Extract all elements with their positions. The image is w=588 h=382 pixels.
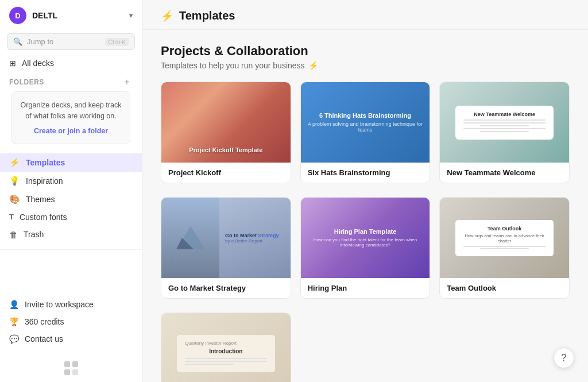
templates-icon: ⚡ <box>9 157 20 168</box>
folder-empty-box: Organize decks, and keep track of what f… <box>11 91 130 144</box>
team-outlook-title: Team Outlook <box>463 226 546 231</box>
template-thumb-go-market: Go to Market Strategy by a Better Report <box>161 198 291 278</box>
project-kickoff-thumb-text: Project Kickoff Template <box>161 146 291 153</box>
search-icon: 🔍 <box>13 37 22 46</box>
template-thumb-new-teammate: New Teammate Welcome <box>440 82 569 163</box>
sidebar-item-trash-label: Trash <box>24 230 44 239</box>
sidebar-item-contact-label: Contact us <box>25 334 63 344</box>
template-card-new-teammate[interactable]: New Teammate Welcome New Teammate Welcom… <box>439 82 570 183</box>
section-subtitle-projects: Templates to help you run your business … <box>161 61 570 70</box>
templates-grid-row3: Quarterly Investor Report Introduction Q… <box>161 312 570 382</box>
sidebar-item-all-decks[interactable]: ⊞ All decks <box>0 55 142 72</box>
subtitle-emoji: ⚡ <box>308 61 318 70</box>
template-label-new-teammate: New Teammate Welcome <box>440 163 569 183</box>
template-thumb-team-outlook: Team Outlook How orgs and teams can to a… <box>440 198 569 278</box>
template-card-hiring[interactable]: Hiring Plan Template How can you find th… <box>300 197 431 299</box>
hiring-sub: How can you find the right talent for th… <box>308 237 423 248</box>
thumb-line-3 <box>480 125 529 126</box>
hiring-title: Hiring Plan Template <box>308 228 423 235</box>
sidebar-item-themes-label: Themes <box>26 195 55 204</box>
help-button[interactable]: ? <box>554 348 574 368</box>
custom-fonts-icon: T <box>9 213 14 221</box>
team-outlook-sub: How orgs and teams can to advance their … <box>463 233 546 244</box>
sidebar-item-invite[interactable]: 👤 Invite to workspace <box>0 296 142 313</box>
template-card-go-market[interactable]: Go to Market Strategy by a Better Report… <box>161 197 291 299</box>
sidebar-item-templates-label: Templates <box>26 158 65 167</box>
templates-grid-row2: Go to Market Strategy by a Better Report… <box>161 197 570 299</box>
page-title: Templates <box>179 9 235 22</box>
invite-icon: 👤 <box>9 300 19 309</box>
sidebar-item-custom-fonts[interactable]: T Custom fonts <box>0 209 142 226</box>
search-placeholder: Jump to <box>27 37 100 46</box>
template-card-six-hats[interactable]: 6 Thinking Hats Brainstorming A problem … <box>300 82 431 183</box>
investor-line-2 <box>185 361 267 362</box>
mountain-svg <box>173 223 208 252</box>
folders-section: Folders + Organize decks, and keep track… <box>0 72 142 151</box>
svg-rect-1 <box>72 361 78 367</box>
sidebar-item-contact[interactable]: 💬 Contact us <box>0 330 142 348</box>
template-label-go-market: Go to Market Strategy <box>161 278 291 298</box>
template-thumb-project-kickoff: Project Kickoff Template <box>161 82 291 163</box>
template-card-investor-report[interactable]: Quarterly Investor Report Introduction Q… <box>161 312 291 382</box>
go-market-right: Go to Market Strategy by a Better Report <box>219 198 291 278</box>
thumb-line-1 <box>463 119 546 121</box>
sidebar-item-credits[interactable]: 🏆 360 credits <box>0 313 142 330</box>
team-outlook-card: Team Outlook How orgs and teams can to a… <box>455 220 554 256</box>
sidebar-item-templates[interactable]: ⚡ Templates <box>0 153 142 172</box>
chevron-down-icon: ▾ <box>129 11 133 20</box>
trash-icon: 🗑 <box>9 230 18 240</box>
template-label-team-outlook: Team Outlook <box>440 278 569 298</box>
search-bar[interactable]: 🔍 Jump to Ctrl+K <box>7 33 135 50</box>
outlook-line-1 <box>463 246 546 247</box>
all-decks-label: All decks <box>22 59 54 68</box>
header-templates-icon: ⚡ <box>161 10 173 22</box>
sidebar-item-inspiration-label: Inspiration <box>26 176 63 186</box>
sidebar-item-invite-label: Invite to workspace <box>25 300 94 309</box>
section-title-projects: Projects & Collaboration <box>161 44 570 59</box>
thumb-line-4 <box>463 128 546 129</box>
sidebar: D DELTL ▾ 🔍 Jump to Ctrl+K ⊞ All decks F… <box>0 0 142 382</box>
inspiration-icon: 💡 <box>9 176 20 186</box>
nav-items: ⚡ Templates 💡 Inspiration 🎨 Themes T Cus… <box>0 151 142 246</box>
sidebar-item-credits-label: 360 credits <box>25 317 64 326</box>
svg-rect-2 <box>64 369 70 375</box>
grid-icon: ⊞ <box>9 59 16 68</box>
credits-icon: 🏆 <box>9 317 19 326</box>
folders-label: Folders <box>9 78 44 86</box>
sidebar-item-custom-fonts-label: Custom fonts <box>20 213 67 222</box>
search-shortcut: Ctrl+K <box>105 38 129 46</box>
six-hats-thumb-content: 6 Thinking Hats Brainstorming A problem … <box>301 105 430 140</box>
hiring-thumb-text: Hiring Plan Template How can you find th… <box>308 228 423 248</box>
thumb-line-5 <box>480 131 529 132</box>
main-content: ⚡ Templates Projects & Collaboration Tem… <box>142 0 588 382</box>
create-folder-link[interactable]: Create or join a folder <box>34 127 108 135</box>
sidebar-item-inspiration[interactable]: 💡 Inspiration <box>0 172 142 190</box>
investor-report-label: Quarterly Investor Report <box>185 341 267 346</box>
six-hats-sub: A problem solving and brainstorming tech… <box>308 121 423 133</box>
folder-empty-text: Organize decks, and keep track of what f… <box>19 100 123 122</box>
app-logo <box>0 352 142 382</box>
investor-line-3 <box>185 364 234 365</box>
new-teammate-card: New Teammate Welcome <box>455 106 554 140</box>
template-label-six-hats: Six Hats Brainstorming <box>301 163 430 183</box>
workspace-header[interactable]: D DELTL ▾ <box>0 0 142 31</box>
go-market-sub: by a Better Report <box>225 238 285 244</box>
template-card-team-outlook[interactable]: Team Outlook How orgs and teams can to a… <box>439 197 570 299</box>
sidebar-item-themes[interactable]: 🎨 Themes <box>0 190 142 209</box>
svg-rect-0 <box>64 361 70 367</box>
six-hats-title: 6 Thinking Hats Brainstorming <box>308 112 423 119</box>
investor-line-1 <box>185 358 267 359</box>
templates-content: Projects & Collaboration Templates to he… <box>142 30 588 382</box>
templates-grid-row1: Project Kickoff Template Project Kickoff… <box>161 82 570 183</box>
workspace-name: DELTL <box>32 11 57 20</box>
main-header: ⚡ Templates <box>142 0 588 30</box>
template-thumb-investor: Quarterly Investor Report Introduction <box>161 313 291 382</box>
template-card-project-kickoff[interactable]: Project Kickoff Template Project Kickoff <box>161 82 291 183</box>
avatar: D <box>9 7 26 24</box>
sidebar-bottom: 👤 Invite to workspace 🏆 360 credits 💬 Co… <box>0 291 142 352</box>
template-thumb-hiring: Hiring Plan Template How can you find th… <box>301 198 430 278</box>
add-folder-button[interactable]: + <box>121 76 133 88</box>
sidebar-item-trash[interactable]: 🗑 Trash <box>0 226 142 244</box>
contact-icon: 💬 <box>9 334 19 344</box>
template-label-hiring: Hiring Plan <box>301 278 430 298</box>
